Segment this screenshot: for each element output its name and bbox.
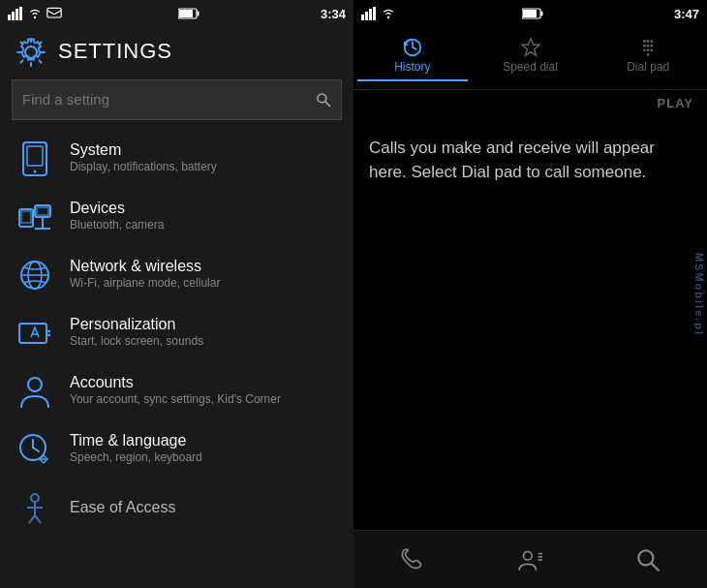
ease-of-access-icon [15,488,54,527]
tab-speed-dial-label: Speed dial [503,60,558,74]
svg-point-15 [34,170,37,172]
tab-dial-pad-label: Dial pad [627,60,669,74]
system-icon [15,139,54,178]
system-item-text: System Display, notifications, battery [70,141,217,175]
search-icon[interactable] [316,91,331,108]
system-subtitle: Display, notifications, battery [70,160,217,175]
svg-point-53 [650,45,653,47]
devices-icon [15,198,54,236]
svg-rect-14 [27,146,43,166]
settings-item-time-language[interactable]: Time & language Speech, region, keyboard [0,420,354,479]
svg-point-50 [650,40,653,43]
settings-item-personalization[interactable]: Personalization Start, lock screen, soun… [0,304,354,362]
svg-point-51 [643,45,646,47]
settings-panel: 3:34 SETTINGS [0,0,354,588]
svg-point-55 [647,48,650,51]
svg-rect-38 [361,15,364,20]
contacts-bottom-icon[interactable] [506,541,554,579]
personalization-subtitle: Start, lock screen, sounds [70,334,203,350]
network-item-text: Network & wireless Wi-Fi, airplane mode,… [70,258,220,292]
tab-history-label: History [394,60,430,74]
svg-line-36 [29,515,35,523]
svg-line-7 [54,11,61,15]
signal-strength-icon [8,7,23,20]
svg-line-31 [33,448,39,451]
devices-item-text: Devices Bluetooth, camera [70,200,164,233]
search-bar[interactable] [12,79,342,120]
status-bar-right: 3:47 [354,0,707,27]
svg-rect-45 [541,12,543,16]
gear-icon [15,35,46,68]
ease-of-access-title: Ease of Access [70,499,175,516]
message-icon [46,7,62,20]
time-display-right: 3:47 [674,7,699,21]
accounts-item-text: Accounts Your account, sync settings, Ki… [70,374,281,408]
settings-list: System Display, notifications, battery D… [0,130,354,588]
battery-icon [178,8,200,19]
svg-line-6 [47,11,54,15]
time-language-title: Time & language [70,432,202,449]
settings-item-network[interactable]: Network & wireless Wi-Fi, airplane mode,… [0,246,354,304]
svg-rect-44 [523,10,537,17]
personalization-title: Personalization [70,316,203,333]
status-bar-left: 3:34 [0,0,354,27]
svg-point-42 [387,16,389,18]
svg-line-12 [325,102,329,106]
calls-bottom-icon[interactable] [388,541,437,579]
svg-point-4 [34,16,36,18]
svg-line-63 [652,563,659,570]
signal-strength-right-icon [361,7,377,20]
battery-right-icon [522,8,543,19]
svg-point-57 [647,53,650,56]
svg-point-33 [31,494,39,502]
time-language-icon [15,430,54,469]
svg-rect-39 [365,12,368,20]
time-display-left: 3:34 [321,7,346,21]
wifi-right-icon [381,7,396,20]
speed-dial-icon [520,35,541,58]
settings-item-system[interactable]: System Display, notifications, battery [0,130,354,188]
svg-point-48 [643,40,646,43]
search-input[interactable] [22,91,316,108]
play-btn-area: PLAY [354,90,707,116]
phone-panel: 3:47 History Speed dial [354,0,707,588]
accounts-title: Accounts [70,374,281,391]
svg-point-54 [643,48,646,51]
tab-dial-pad[interactable]: Dial pad [589,27,707,89]
svg-rect-2 [15,9,18,20]
settings-header: SETTINGS [0,27,354,76]
network-subtitle: Wi-Fi, airplane mode, cellular [70,276,220,292]
svg-rect-3 [19,7,22,20]
settings-item-devices[interactable]: Devices Bluetooth, camera [0,188,354,246]
svg-point-28 [28,378,42,391]
wifi-icon [27,7,43,20]
time-language-item-text: Time & language Speech, region, keyboard [70,432,202,466]
svg-rect-1 [12,12,15,20]
tab-speed-dial[interactable]: Speed dial [472,27,590,89]
signal-icons-left [8,7,62,20]
network-icon [15,256,54,294]
dial-pad-icon [637,35,659,58]
tab-history-underline [357,79,468,81]
calls-empty-text: Calls you make and receive will appear h… [369,136,692,185]
signal-icons-right [361,7,396,20]
play-button[interactable]: PLAY [658,96,693,110]
accounts-subtitle: Your account, sync settings, Kid's Corne… [70,392,281,408]
search-bottom-icon[interactable] [624,541,672,579]
phone-bottom-bar [354,530,707,588]
personalization-item-text: Personalization Start, lock screen, soun… [70,316,203,350]
svg-rect-17 [21,211,31,223]
svg-rect-40 [369,9,372,20]
svg-rect-5 [47,8,61,17]
devices-title: Devices [70,200,164,217]
accounts-icon [15,372,54,411]
svg-line-37 [35,515,41,523]
settings-item-accounts[interactable]: Accounts Your account, sync settings, Ki… [0,362,354,420]
time-language-subtitle: Speech, region, keyboard [70,450,202,466]
tab-history[interactable]: History [354,27,472,89]
system-title: System [70,141,217,159]
svg-rect-10 [198,12,200,16]
history-icon [402,35,423,58]
settings-item-ease-of-access[interactable]: Ease of Access [0,479,354,537]
svg-marker-47 [521,39,538,55]
